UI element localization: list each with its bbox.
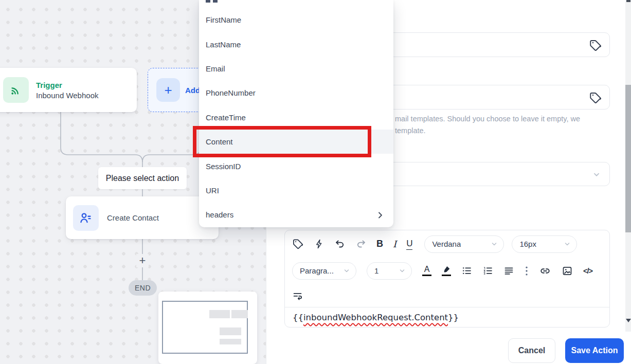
editor-toolbar-row-1: B I U Verdana 16px: [285, 230, 609, 258]
merge-tag-icon[interactable]: [589, 39, 602, 52]
insert-step-plus[interactable]: +: [136, 254, 149, 267]
text-color-button[interactable]: A: [422, 265, 431, 276]
plus-icon: +: [156, 78, 180, 102]
dropdown-item-uri[interactable]: URI: [199, 178, 393, 203]
dropdown-item-createtime[interactable]: CreateTime: [199, 105, 393, 130]
editor-content-area[interactable]: {{inboundWebhookRequest.Content}}: [285, 307, 609, 327]
chevron-down-icon: [564, 241, 570, 247]
marker-icon: [442, 265, 451, 274]
panel-scrollbar-track[interactable]: [625, 0, 631, 332]
dropdown-item-label: LastName: [206, 40, 241, 49]
chevron-down-icon: [344, 268, 350, 274]
dropdown-item-firstname[interactable]: FirstName: [199, 8, 393, 32]
trigger-node[interactable]: Trigger Inbound Webhook: [0, 68, 137, 112]
brace-close: }}: [448, 313, 459, 322]
font-size-value: 16px: [519, 240, 536, 248]
dropdown-item-label: URI: [206, 186, 219, 195]
chevron-down-icon: [491, 241, 497, 247]
webhook-signal-icon: [3, 77, 29, 103]
dropdown-item-label: PhoneNumber: [206, 88, 256, 97]
lightning-icon[interactable]: [314, 239, 324, 249]
create-contact-label: Create Contact: [107, 213, 159, 222]
scrollbar-down-arrow[interactable]: [626, 319, 631, 322]
create-contact-node[interactable]: Create Contact: [66, 196, 219, 239]
merge-field-expression: inboundWebhookRequest.Content: [303, 313, 448, 322]
font-family-value: Verdana: [432, 240, 461, 248]
italic-button[interactable]: I: [393, 239, 396, 249]
line-height-value: 1: [374, 266, 378, 275]
dropdown-item-sessionid[interactable]: SessionID: [199, 154, 393, 178]
dropdown-item-label: SessionID: [206, 162, 241, 171]
chevron-down-icon: [593, 171, 600, 178]
dropdown-item-email[interactable]: Email: [199, 57, 393, 81]
redo-icon[interactable]: [355, 239, 367, 250]
minimap-node-block: [209, 310, 230, 318]
rich-text-editor: B I U Verdana 16px Paragra...: [284, 230, 610, 327]
line-height-select[interactable]: 1: [367, 262, 412, 280]
action-prompt-label: Please select action: [98, 167, 187, 189]
code-view-icon[interactable]: </>: [583, 267, 592, 275]
helper-line-1: mail templates. Should you choose to lea…: [395, 113, 616, 125]
save-action-button[interactable]: Save Action: [565, 338, 624, 363]
dropdown-item-content[interactable]: Content: [199, 130, 393, 154]
dropdown-item-label: CreateTime: [206, 113, 246, 122]
paragraph-style-value: Paragra...: [300, 266, 334, 275]
panel-scrollbar-thumb[interactable]: [625, 85, 631, 232]
dropdown-item-label: FirstName: [206, 15, 241, 24]
merge-tag-icon[interactable]: [589, 91, 602, 104]
cancel-button[interactable]: Cancel: [508, 338, 555, 363]
ordered-list-icon[interactable]: [482, 265, 493, 276]
align-icon[interactable]: [503, 265, 514, 276]
paragraph-style-select[interactable]: Paragra...: [292, 262, 356, 280]
minimap-node-block: [231, 310, 248, 318]
editor-toolbar-row-3: [285, 284, 609, 307]
helper-line-2: template.: [395, 125, 616, 137]
add-action-button[interactable]: + Add: [148, 68, 204, 112]
dropdown-item-label: headers: [206, 210, 233, 219]
trigger-node-subtitle: Inbound Webhook: [36, 91, 99, 100]
bold-button[interactable]: B: [376, 239, 383, 249]
text-color-label: A: [424, 265, 430, 274]
brace-open: {{: [293, 313, 303, 322]
add-button-label: Add: [185, 86, 200, 95]
merge-tag-button[interactable]: [292, 238, 304, 250]
dropdown-item-headers[interactable]: headers: [199, 203, 393, 227]
dropdown-item-label: Content: [206, 137, 233, 146]
text-wrap-icon[interactable]: [292, 290, 303, 301]
dropdown-item-lastname[interactable]: LastName: [199, 32, 393, 56]
contact-person-icon: [73, 205, 99, 231]
image-icon[interactable]: [562, 265, 573, 277]
clipped-item-remnant: [213, 0, 218, 3]
undo-icon[interactable]: [334, 239, 346, 250]
bullet-list-icon[interactable]: [461, 265, 472, 276]
canvas-minimap[interactable]: [158, 292, 257, 364]
chevron-right-icon: [376, 211, 384, 219]
trigger-node-title: Trigger: [36, 81, 99, 89]
scrollbar-up-arrow[interactable]: [626, 0, 630, 2]
underline-button[interactable]: U: [406, 239, 412, 250]
link-icon[interactable]: [539, 265, 551, 277]
end-badge: END: [129, 280, 157, 296]
more-options-icon[interactable]: [525, 265, 529, 277]
template-helper-text: mail templates. Should you choose to lea…: [395, 113, 616, 137]
minimap-node-block: [220, 339, 241, 344]
editor-toolbar-row-2: Paragra... 1 A: [285, 258, 609, 284]
font-family-select[interactable]: Verdana: [424, 235, 504, 253]
highlight-color-button[interactable]: [442, 265, 451, 276]
font-size-select[interactable]: 16px: [512, 235, 577, 253]
minimap-node-block: [220, 327, 241, 335]
highlight-color-swatch: [442, 275, 451, 276]
dropdown-item-phonenumber[interactable]: PhoneNumber: [199, 81, 393, 105]
dropdown-item-label: Email: [206, 64, 225, 73]
chevron-down-icon: [399, 268, 405, 274]
text-color-swatch: [422, 275, 431, 276]
merge-field-dropdown: FirstName LastName Email PhoneNumber Cre…: [199, 0, 393, 227]
clipped-item-remnant: [206, 0, 210, 3]
